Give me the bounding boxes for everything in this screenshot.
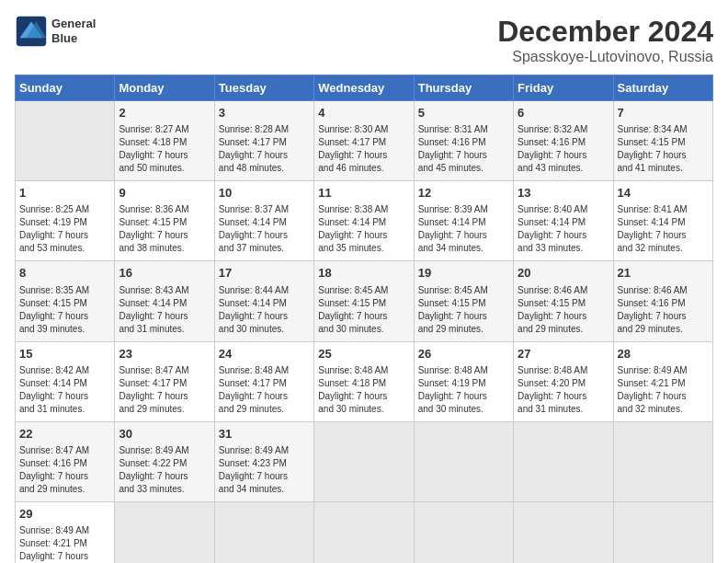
day-number: 18 — [318, 265, 409, 282]
cell-text: Sunset: 4:14 PM — [518, 217, 586, 227]
calendar-cell: 8Sunrise: 8:35 AMSunset: 4:15 PMDaylight… — [16, 261, 115, 341]
cell-text: Sunset: 4:17 PM — [219, 378, 287, 388]
calendar-cell: 30Sunrise: 8:49 AMSunset: 4:22 PMDayligh… — [115, 421, 214, 501]
cell-text: Sunrise: 8:31 AM — [418, 124, 488, 134]
cell-text: and 45 minutes. — [418, 163, 483, 173]
cell-text: and 31 minutes. — [518, 404, 583, 414]
cell-text: Daylight: 7 hours — [418, 391, 487, 401]
day-number: 15 — [19, 346, 110, 362]
day-number: 14 — [618, 185, 709, 201]
calendar-week-row: 15Sunrise: 8:42 AMSunset: 4:14 PMDayligh… — [16, 341, 713, 421]
calendar-cell: 11Sunrise: 8:38 AMSunset: 4:14 PMDayligh… — [314, 181, 414, 261]
cell-text: Daylight: 7 hours — [318, 230, 387, 240]
day-number: 8 — [19, 265, 110, 282]
cell-text: Sunrise: 8:47 AM — [119, 365, 188, 375]
calendar-cell — [214, 501, 313, 563]
cell-text: Sunrise: 8:47 AM — [19, 445, 89, 455]
cell-text: Sunset: 4:14 PM — [219, 217, 287, 227]
day-number: 21 — [618, 265, 709, 282]
cell-text: Sunset: 4:15 PM — [19, 298, 87, 308]
cell-text: Sunrise: 8:35 AM — [19, 285, 89, 295]
cell-text: Daylight: 7 hours — [318, 391, 387, 401]
cell-text: Sunrise: 8:43 AM — [119, 285, 188, 295]
calendar-cell: 31Sunrise: 8:49 AMSunset: 4:23 PMDayligh… — [214, 421, 313, 501]
cell-text: and 29 minutes. — [618, 324, 683, 334]
calendar-cell: 19Sunrise: 8:45 AMSunset: 4:15 PMDayligh… — [414, 261, 513, 341]
calendar-cell — [16, 101, 115, 181]
cell-text: Daylight: 7 hours — [318, 150, 387, 160]
cell-text: and 39 minutes. — [19, 324, 85, 334]
calendar-week-row: 2Sunrise: 8:27 AMSunset: 4:18 PMDaylight… — [16, 101, 713, 181]
calendar-cell — [314, 501, 414, 563]
cell-text: and 34 minutes. — [418, 243, 483, 253]
calendar-cell: 12Sunrise: 8:39 AMSunset: 4:14 PMDayligh… — [414, 181, 513, 261]
logo-text: General Blue — [51, 17, 96, 45]
cell-text: and 35 minutes. — [318, 243, 383, 253]
cell-text: Daylight: 7 hours — [318, 311, 387, 321]
header-day-wednesday: Wednesday — [314, 75, 414, 101]
calendar-cell: 22Sunrise: 8:47 AMSunset: 4:16 PMDayligh… — [16, 421, 115, 501]
header-day-saturday: Saturday — [613, 75, 712, 101]
day-number: 10 — [219, 185, 310, 201]
day-number: 23 — [119, 346, 210, 362]
day-number: 3 — [219, 105, 310, 121]
calendar-cell: 3Sunrise: 8:28 AMSunset: 4:17 PMDaylight… — [214, 101, 313, 181]
cell-text: Sunset: 4:16 PM — [418, 137, 486, 147]
calendar-cell — [314, 421, 414, 501]
cell-text: Daylight: 7 hours — [19, 551, 88, 561]
cell-text: Daylight: 7 hours — [219, 150, 288, 160]
cell-text: Daylight: 7 hours — [518, 391, 586, 401]
cell-text: Daylight: 7 hours — [19, 230, 88, 240]
cell-text: Daylight: 7 hours — [418, 311, 487, 321]
cell-text: and 30 minutes. — [318, 404, 383, 414]
day-number: 9 — [119, 185, 210, 201]
cell-text: Sunset: 4:23 PM — [219, 458, 287, 468]
calendar-cell — [514, 501, 613, 563]
calendar-cell: 1Sunrise: 8:25 AMSunset: 4:19 PMDaylight… — [16, 181, 115, 261]
month-title: December 2024 — [497, 15, 713, 49]
cell-text: Sunrise: 8:25 AM — [19, 204, 89, 214]
cell-text: Sunrise: 8:44 AM — [219, 285, 289, 295]
cell-text: Sunset: 4:20 PM — [518, 378, 586, 388]
cell-text: Sunrise: 8:46 AM — [618, 285, 688, 295]
day-number: 19 — [418, 265, 509, 282]
cell-text: Sunrise: 8:34 AM — [618, 124, 688, 134]
calendar-cell: 9Sunrise: 8:36 AMSunset: 4:15 PMDaylight… — [115, 181, 214, 261]
cell-text: and 38 minutes. — [119, 243, 184, 253]
cell-text: Daylight: 7 hours — [219, 230, 288, 240]
cell-text: Sunset: 4:14 PM — [418, 217, 486, 227]
calendar-cell: 27Sunrise: 8:48 AMSunset: 4:20 PMDayligh… — [514, 341, 613, 421]
day-number: 24 — [219, 346, 310, 362]
cell-text: Sunset: 4:14 PM — [318, 217, 386, 227]
cell-text: Sunset: 4:15 PM — [418, 298, 486, 308]
cell-text: and 31 minutes. — [119, 324, 184, 334]
cell-text: Sunrise: 8:38 AM — [318, 204, 388, 214]
cell-text: Sunset: 4:15 PM — [618, 137, 686, 147]
day-number: 13 — [518, 185, 609, 201]
title-block: December 2024 Spasskoye-Lutovinovo, Russ… — [497, 15, 713, 65]
cell-text: Daylight: 7 hours — [219, 311, 288, 321]
cell-text: and 50 minutes. — [119, 163, 184, 173]
cell-text: Sunset: 4:21 PM — [19, 538, 87, 548]
cell-text: Sunrise: 8:45 AM — [418, 285, 488, 295]
cell-text: Sunrise: 8:41 AM — [618, 204, 688, 214]
cell-text: Daylight: 7 hours — [618, 311, 687, 321]
cell-text: Sunrise: 8:42 AM — [19, 365, 89, 375]
cell-text: and 29 minutes. — [418, 324, 483, 334]
calendar-cell: 18Sunrise: 8:45 AMSunset: 4:15 PMDayligh… — [314, 261, 414, 341]
calendar-cell: 5Sunrise: 8:31 AMSunset: 4:16 PMDaylight… — [414, 101, 513, 181]
cell-text: Daylight: 7 hours — [19, 471, 88, 481]
calendar-cell — [514, 421, 613, 501]
cell-text: and 48 minutes. — [219, 163, 284, 173]
cell-text: and 29 minutes. — [19, 484, 85, 494]
cell-text: Sunset: 4:14 PM — [618, 217, 686, 227]
calendar-header-row: SundayMondayTuesdayWednesdayThursdayFrid… — [16, 75, 713, 101]
day-number: 12 — [418, 185, 509, 201]
cell-text: Sunset: 4:14 PM — [19, 378, 87, 388]
calendar-cell: 29Sunrise: 8:49 AMSunset: 4:21 PMDayligh… — [16, 501, 115, 563]
header-day-sunday: Sunday — [16, 75, 115, 101]
cell-text: and 30 minutes. — [418, 404, 483, 414]
cell-text: and 46 minutes. — [318, 163, 383, 173]
day-number: 22 — [19, 426, 110, 442]
cell-text: and 43 minutes. — [518, 163, 583, 173]
